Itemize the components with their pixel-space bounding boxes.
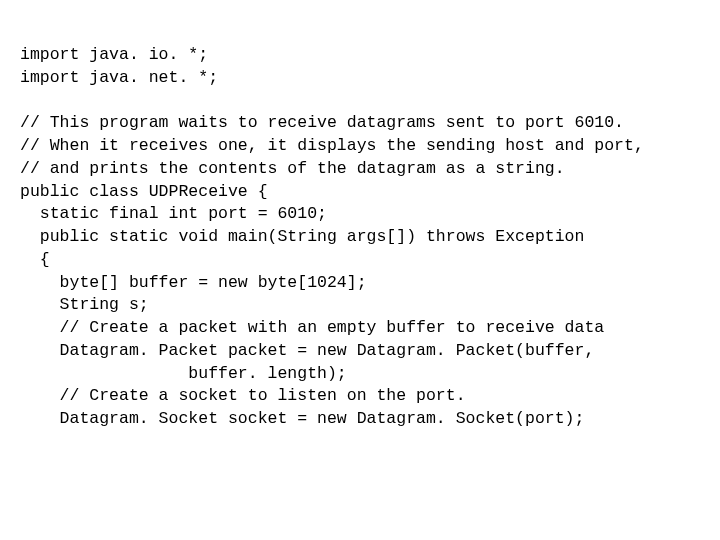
code-line: // This program waits to receive datagra… [20,113,624,132]
code-line: import java. net. *; [20,68,218,87]
code-line: // When it receives one, it displays the… [20,136,644,155]
code-line: buffer. length); [20,364,347,383]
code-line: byte[] buffer = new byte[1024]; [20,273,367,292]
code-line: Datagram. Socket socket = new Datagram. … [20,409,584,428]
code-line: public class UDPReceive { [20,182,268,201]
code-line: { [20,250,50,269]
code-line: // Create a packet with an empty buffer … [20,318,604,337]
code-line: // and prints the contents of the datagr… [20,159,565,178]
code-line: static final int port = 6010; [20,204,327,223]
code-line: // Create a socket to listen on the port… [20,386,466,405]
code-block: import java. io. *; import java. net. *;… [0,0,720,431]
code-line: Datagram. Packet packet = new Datagram. … [20,341,594,360]
code-line: String s; [20,295,149,314]
code-line: public static void main(String args[]) t… [20,227,584,246]
code-line: import java. io. *; [20,45,208,64]
